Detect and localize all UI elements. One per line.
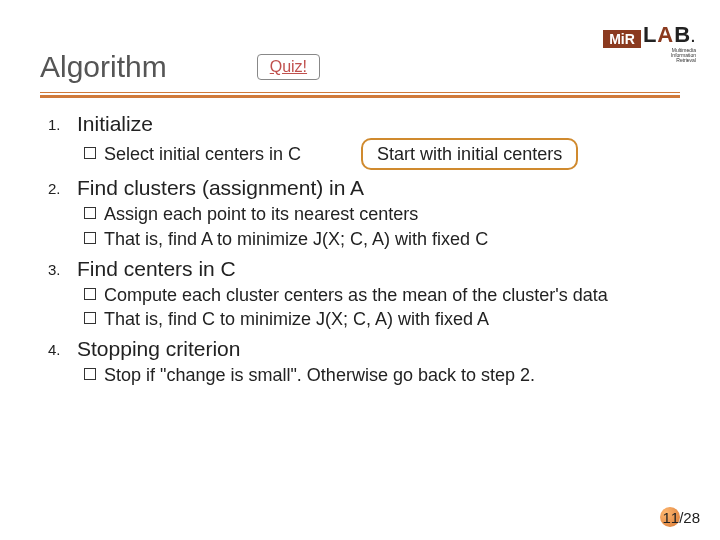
page-title: Algorithm (40, 50, 167, 84)
callout-box: Start with initial centers (361, 138, 578, 170)
header: Algorithm Quiz! (0, 0, 720, 84)
step-number: 4. (48, 341, 72, 358)
page-number: 11/28 (662, 509, 700, 526)
step-bullet: Assign each point to its nearest centers (104, 202, 418, 226)
step-bullet: Compute each cluster centers as the mean… (104, 283, 608, 307)
checkbox-icon (84, 312, 96, 324)
quiz-link[interactable]: Quiz! (257, 54, 320, 80)
step-title: Find clusters (assignment) in A (77, 176, 364, 200)
checkbox-icon (84, 147, 96, 159)
step-number: 3. (48, 261, 72, 278)
step-number: 2. (48, 180, 72, 197)
step-3: 3. Find centers in C Compute each cluste… (48, 257, 680, 332)
checkbox-icon (84, 207, 96, 219)
step-2: 2. Find clusters (assignment) in A Assig… (48, 176, 680, 251)
checkbox-icon (84, 288, 96, 300)
checkbox-icon (84, 232, 96, 244)
step-title: Stopping criterion (77, 337, 240, 361)
step-bullet: That is, find C to minimize J(X; C, A) w… (104, 307, 489, 331)
step-title: Initialize (77, 112, 153, 136)
checkbox-icon (84, 368, 96, 380)
step-1: 1. Initialize Select initial centers in … (48, 112, 680, 170)
step-4: 4. Stopping criterion Stop if "change is… (48, 337, 680, 387)
step-bullet: Select initial centers in C (104, 142, 301, 166)
step-title: Find centers in C (77, 257, 236, 281)
step-bullet: Stop if "change is small". Otherwise go … (104, 363, 535, 387)
step-bullet: That is, find A to minimize J(X; C, A) w… (104, 227, 488, 251)
slide-content: 1. Initialize Select initial centers in … (0, 98, 720, 388)
step-number: 1. (48, 116, 72, 133)
